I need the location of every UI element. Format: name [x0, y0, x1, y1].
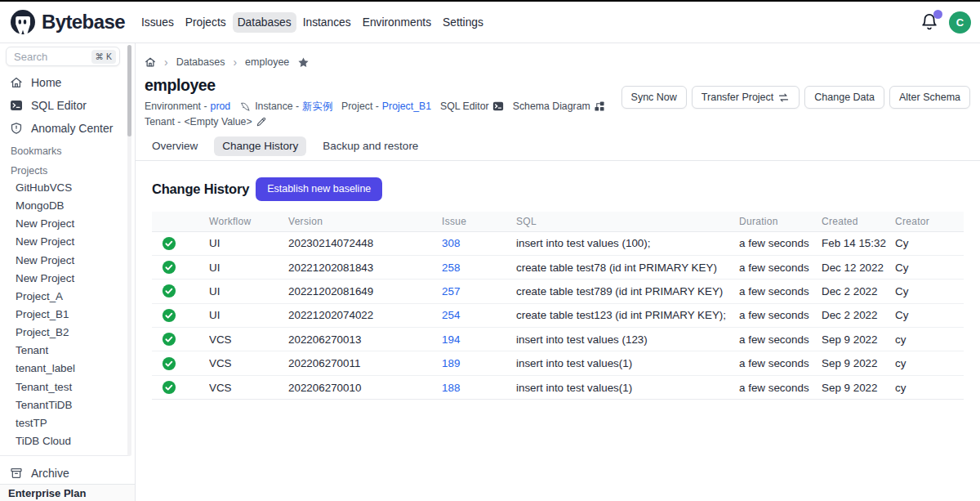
sidebar-project-project-b2[interactable]: Project_B2 — [0, 324, 130, 342]
cell-created: Dec 2 2022 — [822, 303, 895, 327]
sidebar-item-home[interactable]: Home — [0, 71, 130, 94]
cell-issue: 189 — [442, 351, 516, 375]
sidebar-project-new-project[interactable]: New Project — [0, 252, 130, 270]
project-link[interactable]: Project_B1 — [382, 100, 431, 114]
sidebar-project-new-project[interactable]: New Project — [0, 233, 130, 251]
sidebar-project-tenant[interactable]: Tenant — [0, 342, 130, 360]
cell-workflow: UI — [209, 280, 288, 303]
table-row[interactable]: UI20221202074022254create table test123 … — [152, 303, 964, 327]
issue-link[interactable]: 189 — [442, 357, 460, 369]
issue-link[interactable]: 258 — [442, 262, 460, 274]
sidebar-item-sql-editor[interactable]: SQL Editor — [0, 94, 130, 117]
brand[interactable]: Bytebase — [11, 10, 125, 34]
cell-version: 20221202081649 — [288, 280, 442, 303]
col-status — [152, 212, 209, 231]
sidebar-project-tenant-label[interactable]: tenant_label — [0, 360, 130, 378]
bytebase-logo-icon — [11, 10, 35, 34]
sidebar-project-githubvcs[interactable]: GitHubVCS — [0, 179, 130, 197]
sidebar-project-tenanttidb[interactable]: TenantTiDB — [0, 396, 130, 414]
alter-schema-button[interactable]: Alter Schema — [889, 86, 970, 109]
nav-item-environments[interactable]: Environments — [358, 12, 436, 33]
tab-backup-and-restore[interactable]: Backup and restore — [314, 136, 426, 156]
establish-baseline-button[interactable]: Establish new baseline — [256, 177, 382, 201]
sidebar-item-archive[interactable]: Archive — [0, 462, 130, 485]
sidebar-item-label: Anomaly Center — [31, 122, 113, 135]
sidebar-project-project-b1[interactable]: Project_B1 — [0, 306, 130, 324]
edit-pencil-icon[interactable] — [256, 116, 267, 127]
cell-issue: 258 — [442, 255, 516, 279]
sidebar-project-new-project[interactable]: New Project — [0, 215, 130, 233]
sidebar-project-tidb-cloud[interactable]: TiDB Cloud — [0, 432, 130, 450]
cell-version: 20221202074022 — [288, 303, 442, 327]
nav-item-instances[interactable]: Instances — [298, 12, 356, 33]
transfer-arrows-icon — [777, 92, 790, 104]
sidebar-project-tenant-test[interactable]: Tenant_test — [0, 378, 130, 396]
nav-item-settings[interactable]: Settings — [438, 12, 488, 33]
breadcrumb-home-icon[interactable] — [145, 56, 156, 68]
sidebar-bottom: Archive — [0, 455, 130, 485]
check-circle-icon — [162, 380, 176, 395]
cell-duration: a few seconds — [739, 231, 822, 255]
cell-duration: a few seconds — [739, 303, 822, 327]
avatar[interactable]: C — [949, 11, 971, 34]
search-input[interactable] — [14, 51, 91, 63]
sidebar-project-project-a[interactable]: Project_A — [0, 288, 130, 306]
table-row[interactable]: UI20221202081843258create table test78 (… — [152, 255, 964, 279]
table-row[interactable]: VCS202206270011189insert into test value… — [152, 351, 964, 375]
breadcrumb: › Databases › employee — [145, 56, 970, 68]
cell-created: Feb 14 15:32 — [822, 231, 895, 255]
cell-icon — [152, 280, 209, 303]
search-box[interactable]: ⌘ K — [6, 47, 120, 66]
environment-link[interactable]: prod — [211, 100, 231, 114]
tab-bar: OverviewChange HistoryBackup and restore — [136, 136, 980, 161]
cell-workflow: UI — [209, 255, 288, 279]
issue-link[interactable]: 254 — [442, 309, 460, 321]
table-row[interactable]: VCS202206270010188insert into test value… — [152, 375, 964, 399]
check-circle-icon — [162, 260, 176, 275]
tenant-value: <Empty Value> — [184, 115, 252, 129]
meta-label: Tenant - — [145, 115, 180, 129]
sql-editor-link[interactable]: SQL Editor — [440, 100, 504, 114]
notifications-button[interactable] — [920, 13, 938, 31]
table-row[interactable]: VCS202206270013194insert into test value… — [152, 328, 964, 351]
cell-sql: insert into test values(1) — [516, 351, 739, 375]
instance-link[interactable]: 新实例 — [302, 100, 332, 114]
issue-link[interactable]: 257 — [442, 285, 460, 297]
schema-diagram-link[interactable]: Schema Diagram — [513, 100, 605, 114]
issue-link[interactable]: 194 — [442, 333, 460, 346]
sync-now-button[interactable]: Sync Now — [621, 86, 687, 109]
app-shell: ⌘ K Home SQL Editor — [0, 43, 980, 501]
content: Change History Establish new baseline Wo… — [136, 177, 980, 400]
change-data-button[interactable]: Change Data — [804, 86, 884, 109]
breadcrumb-separator: › — [233, 57, 237, 67]
nav-item-databases[interactable]: Databases — [233, 12, 296, 33]
nav-item-issues[interactable]: Issues — [136, 12, 179, 33]
tab-overview[interactable]: Overview — [144, 136, 206, 156]
sidebar-item-anomaly-center[interactable]: Anomaly Center — [0, 117, 130, 140]
sidebar-project-testtp[interactable]: testTP — [0, 414, 130, 432]
sidebar-project-new-project[interactable]: New Project — [0, 270, 130, 288]
cell-issue: 257 — [442, 280, 516, 303]
col-duration: Duration — [739, 212, 822, 231]
tab-change-history[interactable]: Change History — [214, 136, 306, 156]
engine-icon — [239, 101, 252, 113]
col-sql: SQL — [516, 212, 739, 231]
issue-link[interactable]: 188 — [442, 382, 460, 394]
sidebar-project-mongodb[interactable]: MongoDB — [0, 197, 130, 215]
bookmark-star-icon[interactable] — [297, 56, 310, 69]
breadcrumb-item-databases[interactable]: Databases — [176, 56, 225, 68]
issue-link[interactable]: 308 — [442, 237, 460, 249]
sidebar-scrollbar-thumb[interactable] — [127, 45, 131, 136]
cell-creator: cy — [895, 375, 964, 399]
meta-tenant: Tenant - <Empty Value> — [145, 115, 267, 129]
meta-label: Schema Diagram — [513, 100, 590, 114]
table-header: Workflow Version Issue SQL Duration Crea… — [152, 212, 964, 231]
cell-created: Sep 9 2022 — [822, 375, 895, 399]
col-version: Version — [288, 212, 442, 231]
check-circle-icon — [162, 236, 176, 251]
table-row[interactable]: UI20221202081649257create table test789 … — [152, 280, 964, 303]
cell-workflow: VCS — [209, 351, 288, 375]
transfer-project-button[interactable]: Transfer Project — [692, 86, 800, 109]
nav-item-projects[interactable]: Projects — [180, 12, 231, 33]
table-row[interactable]: UI20230214072448308insert into test valu… — [152, 231, 964, 255]
